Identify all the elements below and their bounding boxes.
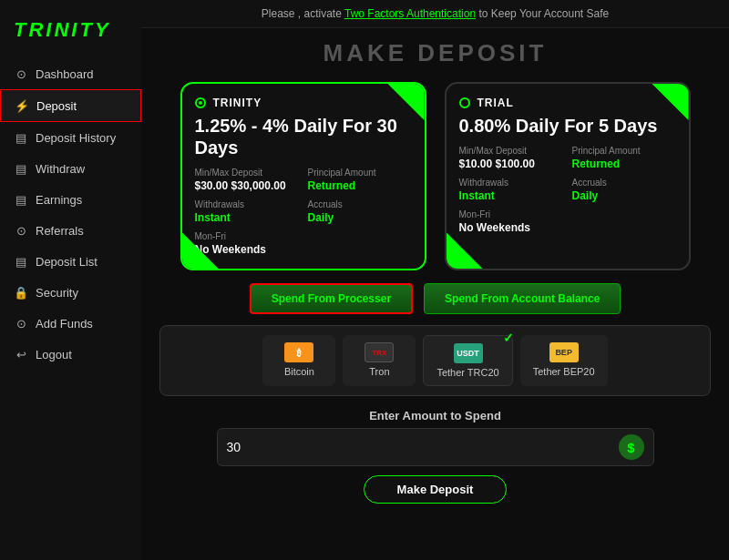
plan-minmax-value-trinity: $30.00 $30,000.00	[195, 179, 299, 192]
crypto-bitcoin[interactable]: ₿ Bitcoin	[262, 335, 335, 386]
usdt-trc20-icon: USDT	[454, 343, 483, 363]
bottom-section: Spend From Processer Spend From Account …	[141, 270, 729, 513]
2fa-link[interactable]: Two Factors Authentication	[344, 7, 476, 20]
tron-label: Tron	[369, 366, 389, 377]
deposit-button-row: Make Deposit	[159, 475, 711, 504]
deposit-list-icon: ▤	[14, 254, 28, 269]
crypto-usdt-trc20[interactable]: ✓ USDT Tether TRC20	[423, 335, 512, 386]
tron-icon: TRX	[364, 342, 394, 362]
sidebar-item-deposit[interactable]: ⚡ Deposit	[0, 89, 141, 122]
make-deposit-button[interactable]: Make Deposit	[364, 475, 508, 504]
bitcoin-label: Bitcoin	[284, 366, 314, 377]
plan-withdrawals-col-trial: Withdrawals Instant	[459, 178, 563, 202]
earnings-icon: ▤	[14, 192, 28, 207]
plan-withdrawals-value-trinity: Instant	[195, 211, 299, 224]
plan-withdrawals-col-trinity: Withdrawals Instant	[195, 199, 299, 224]
plans-container: TRINITY 1.25% - 4% Daily For 30 Days Min…	[141, 82, 729, 270]
plan-card-trial[interactable]: TRIAL 0.80% Daily For 5 Days Min/Max Dep…	[445, 82, 691, 270]
sidebar-label-add-funds: Add Funds	[36, 317, 93, 331]
plan-radio-trial	[459, 97, 470, 108]
sidebar-label-withdraw: Withdraw	[36, 162, 85, 176]
plan-name-trinity: TRINITY	[213, 97, 262, 109]
add-funds-icon: ⊙	[14, 316, 28, 331]
topbar-suffix: to Keep Your Account Safe	[476, 7, 609, 20]
plan-minmax-col-trial: Min/Max Deposit $10.00 $100.00	[459, 146, 563, 170]
sidebar: TRINITY ⊙ Dashboard ⚡ Deposit ▤ Deposit …	[0, 0, 141, 560]
sidebar-item-referrals[interactable]: ⊙ Referrals	[0, 215, 141, 246]
sidebar-item-deposit-history[interactable]: ▤ Deposit History	[0, 122, 141, 153]
topbar-text: Please , activate	[262, 7, 344, 20]
security-icon: 🔒	[14, 285, 28, 300]
plan-radio-trinity	[195, 97, 206, 108]
checkmark-icon: ✓	[503, 331, 514, 345]
plan-card-trinity[interactable]: TRINITY 1.25% - 4% Daily For 30 Days Min…	[180, 82, 426, 270]
amount-label: Enter Amount to Spend	[159, 409, 711, 423]
sidebar-item-add-funds[interactable]: ⊙ Add Funds	[0, 308, 141, 339]
sidebar-label-earnings: Earnings	[36, 193, 82, 207]
sidebar-label-deposit-list: Deposit List	[36, 255, 98, 269]
bep20-label: Tether BEP20	[533, 366, 595, 377]
plan-withdrawals-value-trial: Instant	[459, 189, 563, 202]
amount-row: $	[217, 428, 654, 466]
amount-input[interactable]	[227, 440, 619, 454]
crypto-tron[interactable]: TRX Tron	[343, 335, 416, 386]
sidebar-label-dashboard: Dashboard	[36, 67, 94, 81]
plan-principal-col-trinity: Principal Amount Returned	[308, 168, 412, 192]
spend-from-account-button[interactable]: Spend From Account Balance	[424, 283, 621, 314]
sidebar-item-deposit-list[interactable]: ▤ Deposit List	[0, 246, 141, 277]
sidebar-logo: TRINITY	[0, 9, 141, 58]
plan-minmax-label: Min/Max Deposit $30.00 $30,000.00	[195, 168, 299, 192]
plan-schedule-col-trial: Mon-Fri No Weekends	[459, 209, 563, 234]
plan-header-trinity: TRINITY	[195, 97, 412, 109]
usdt-trc20-label: Tether TRC20	[436, 367, 498, 378]
sidebar-item-security[interactable]: 🔒 Security	[0, 277, 141, 308]
bep20-icon: BEP	[549, 342, 579, 362]
plan-principal-value-trial: Returned	[572, 158, 676, 170]
sidebar-label-logout: Logout	[36, 348, 72, 361]
spend-buttons-row: Spend From Processer Spend From Account …	[159, 283, 711, 314]
plan-details-trinity: Min/Max Deposit $30.00 $30,000.00 Princi…	[195, 168, 412, 256]
plan-schedule-col-trinity: Mon-Fri No Weekends	[195, 231, 299, 256]
referrals-icon: ⊙	[14, 223, 28, 238]
plan-name-trial: TRIAL	[477, 97, 514, 109]
sidebar-label-deposit: Deposit	[36, 99, 77, 113]
plan-note-trial: No Weekends	[459, 221, 563, 234]
plan-note-trinity: No Weekends	[195, 243, 299, 256]
sidebar-label-security: Security	[36, 286, 78, 300]
plan-rate-trial: 0.80% Daily For 5 Days	[459, 115, 676, 137]
plan-accruals-value-trinity: Daily	[308, 211, 412, 224]
plan-accruals-col-trinity: Accruals Daily	[308, 199, 412, 224]
deposit-icon: ⚡	[15, 98, 29, 113]
logout-icon: ↩	[14, 347, 28, 361]
spend-from-processor-button[interactable]: Spend From Processer	[250, 283, 413, 314]
plan-details-trial: Min/Max Deposit $10.00 $100.00 Principal…	[459, 146, 676, 234]
sidebar-label-deposit-history: Deposit History	[36, 131, 116, 145]
bitcoin-icon: ₿	[284, 342, 313, 362]
plan-accruals-value-trial: Daily	[572, 189, 676, 202]
crypto-usdt-bep20[interactable]: BEP Tether BEP20	[520, 335, 608, 386]
dashboard-icon: ⊙	[14, 66, 28, 81]
plan-header-trial: TRIAL	[459, 97, 676, 109]
page-title: MAKE DEPOSIT	[141, 28, 729, 82]
plan-principal-col-trial: Principal Amount Returned	[572, 146, 676, 170]
withdraw-icon: ▤	[14, 161, 28, 176]
main-content: Please , activate Two Factors Authentica…	[141, 0, 729, 560]
plan-accruals-col-trial: Accruals Daily	[572, 178, 676, 202]
plan-rate-trinity: 1.25% - 4% Daily For 30 Days	[195, 115, 412, 158]
crypto-selector: ₿ Bitcoin TRX Tron ✓ USDT Tether TRC20 B…	[159, 325, 711, 396]
plan-minmax-value-trial: $10.00 $100.00	[459, 158, 563, 170]
topbar: Please , activate Two Factors Authentica…	[141, 0, 729, 28]
deposit-history-icon: ▤	[14, 130, 28, 145]
plan-principal-value-trinity: Returned	[308, 179, 412, 192]
sidebar-label-referrals: Referrals	[36, 224, 84, 238]
sidebar-item-earnings[interactable]: ▤ Earnings	[0, 184, 141, 215]
sidebar-item-withdraw[interactable]: ▤ Withdraw	[0, 153, 141, 184]
sidebar-item-dashboard[interactable]: ⊙ Dashboard	[0, 58, 141, 89]
currency-symbol: $	[619, 434, 644, 460]
sidebar-item-logout[interactable]: ↩ Logout	[0, 339, 141, 370]
